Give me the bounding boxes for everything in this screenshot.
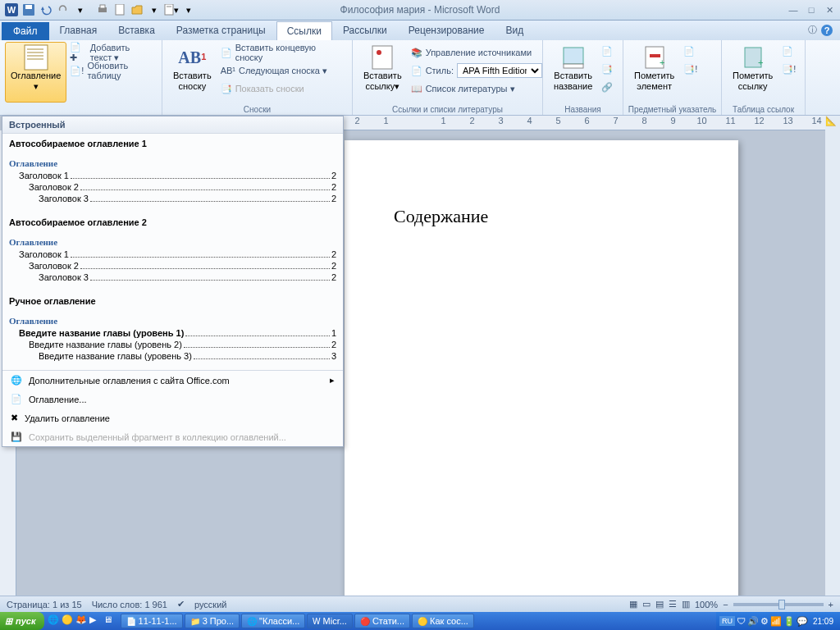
start-button[interactable]: ⊞пуск (0, 612, 44, 630)
manage-sources-button[interactable]: 📚Управление источниками (408, 43, 546, 62)
view-printlayout-icon[interactable]: ▦ (629, 599, 637, 609)
index-extra2[interactable]: 📑! (680, 60, 701, 78)
quick-launch: 🌐 🟡 🦊 ▶ 🖥 (44, 614, 120, 628)
tab-insert[interactable]: Вставка (107, 21, 166, 40)
ql-media-icon[interactable]: ▶ (89, 614, 103, 628)
toa-extra1[interactable]: 📄 (778, 42, 799, 60)
toa-extra2[interactable]: 📑! (778, 60, 799, 78)
next-footnote-button[interactable]: AB¹Следующая сноска ▾ (217, 62, 347, 80)
toc-option-auto2[interactable]: Автособираемое оглавление 2 Оглавление З… (2, 212, 343, 291)
new-doc-icon[interactable] (112, 2, 128, 18)
tab-view[interactable]: Вид (495, 21, 534, 40)
caption-extra3[interactable]: 🔗 (598, 78, 616, 96)
taskbar-item[interactable]: 📁3 Про... (185, 614, 240, 628)
view-fullscreen-icon[interactable]: ▭ (642, 599, 651, 609)
tray-icon[interactable]: 🔋 (783, 616, 795, 627)
citation-style-select[interactable]: 📄Стиль: APA Fifth Editior (408, 62, 546, 80)
custom-toc[interactable]: 📄Оглавление... (2, 390, 343, 409)
tab-layout[interactable]: Разметка страницы (166, 21, 276, 40)
zoom-level[interactable]: 100% (695, 600, 718, 609)
mark-citation-label: Пометить ссылку (733, 71, 773, 92)
document-heading: Содержание (394, 206, 689, 227)
group-footnotes-label: Сноски (162, 105, 352, 114)
ql-chrome-icon[interactable]: 🟡 (62, 614, 75, 628)
styles-icon[interactable]: ▾ (180, 2, 197, 18)
close-icon[interactable]: ✕ (822, 3, 837, 16)
keyboard-lang[interactable]: RU (719, 616, 735, 626)
minimize-ribbon-icon[interactable]: ⓘ (808, 24, 817, 37)
tab-mailings[interactable]: Рассылки (332, 21, 398, 40)
taskbar-item[interactable]: 🌐"Класси... (241, 614, 305, 628)
save-icon[interactable] (21, 2, 37, 18)
status-proofing[interactable]: ✔ (177, 599, 185, 609)
show-footnotes-button[interactable]: 📑Показать сноски (217, 80, 347, 98)
tray-icon[interactable]: 🛡 (737, 616, 746, 626)
page-setup-icon[interactable]: ▾ (163, 2, 180, 18)
tab-references[interactable]: Ссылки (276, 21, 332, 40)
more-toc-office[interactable]: 🌐Дополнительные оглавления с сайта Offic… (2, 371, 343, 390)
toc-option-auto1[interactable]: Автособираемое оглавление 1 Оглавление З… (2, 134, 343, 212)
tray-icon[interactable]: 💬 (797, 616, 808, 627)
view-outline-icon[interactable]: ☰ (669, 599, 677, 609)
view-draft-icon[interactable]: ▥ (682, 599, 690, 609)
taskbar-item[interactable]: WMicr... (307, 614, 353, 628)
tab-file[interactable]: Файл (2, 22, 49, 40)
mark-entry-button[interactable]: + Пометить элемент (628, 42, 680, 103)
document-page[interactable]: Содержание (345, 140, 738, 630)
ql-firefox-icon[interactable]: 🦊 (75, 614, 89, 628)
insert-footnote-label: Вставить сноску (173, 71, 212, 92)
tray-icon[interactable]: ⚙ (760, 616, 769, 627)
mark-entry-label: Пометить элемент (634, 71, 674, 92)
zoom-slider[interactable] (733, 603, 824, 606)
tab-home[interactable]: Главная (49, 21, 108, 40)
qat-more-icon[interactable]: ▾ (72, 2, 89, 18)
insert-caption-button[interactable]: Вставить название (548, 42, 598, 103)
tray-icon[interactable]: 🔊 (747, 616, 759, 627)
add-text-button[interactable]: 📄✚Добавить текст ▾ (66, 43, 157, 62)
remove-toc[interactable]: ✖Удалить оглавление (2, 409, 343, 427)
svg-rect-5 (100, 5, 105, 8)
undo-icon[interactable] (38, 2, 54, 18)
word-icon[interactable]: W (3, 2, 20, 18)
insert-endnote-button[interactable]: 📄Вставить концевую сноску (217, 43, 347, 62)
toc-option-manual[interactable]: Ручное оглавление Оглавление Введите наз… (2, 291, 343, 370)
chevron-down-icon: ▾ (34, 81, 39, 92)
clock[interactable]: 21:09 (810, 617, 837, 626)
scrollbar-vertical[interactable] (825, 130, 840, 596)
caption-extra2[interactable]: 📑 (598, 60, 616, 78)
taskbar-item[interactable]: 🟡Как сос... (412, 614, 474, 628)
zoom-out-icon[interactable]: − (723, 600, 728, 609)
redo-icon[interactable] (55, 2, 71, 18)
toc-button[interactable]: Оглавление ▾ (5, 42, 66, 103)
titlebar: W ▾ ▾ ▾ ▾ Философия мария - Microsoft Wo… (0, 0, 840, 21)
insert-citation-button[interactable]: Вставить ссылку▾ (358, 42, 408, 103)
insert-footnote-button[interactable]: AB1 Вставить сноску (167, 42, 217, 103)
status-language[interactable]: русский (194, 600, 226, 609)
ql-desktop-icon[interactable]: 🖥 (103, 614, 116, 628)
taskbar-item[interactable]: 📄11-11-1... (121, 614, 183, 628)
tray-icon[interactable]: 📶 (770, 616, 782, 627)
taskbar-item[interactable]: 🔴Стати... (354, 614, 410, 628)
minimize-icon[interactable]: — (786, 3, 801, 16)
table-icon[interactable]: ▾ (146, 2, 162, 18)
svg-rect-19 (564, 64, 583, 68)
bibliography-button[interactable]: 📖Список литературы ▾ (408, 80, 546, 98)
ql-ie-icon[interactable]: 🌐 (48, 614, 61, 628)
mark-citation-button[interactable]: + Пометить ссылку (727, 42, 778, 103)
help-icon[interactable]: ? (820, 24, 833, 37)
zoom-in-icon[interactable]: + (829, 600, 833, 609)
print-preview-icon[interactable] (94, 2, 111, 18)
ruler-toggle[interactable]: 📐 (825, 116, 840, 130)
caption-extra1[interactable]: 📄 (598, 42, 616, 60)
open-icon[interactable] (129, 2, 145, 18)
maximize-icon[interactable]: □ (804, 3, 819, 16)
style-dropdown[interactable]: APA Fifth Editior (457, 63, 542, 78)
status-page[interactable]: Страница: 1 из 15 (7, 600, 82, 609)
status-wordcount[interactable]: Число слов: 1 961 (92, 600, 167, 609)
update-table-button[interactable]: 📄!Обновить таблицу (66, 62, 157, 80)
tab-review[interactable]: Рецензирование (398, 21, 495, 40)
index-extra1[interactable]: 📄 (680, 42, 701, 60)
chevron-right-icon: ▸ (330, 375, 335, 386)
view-web-icon[interactable]: ▤ (655, 599, 664, 609)
group-index-label: Предметный указатель (623, 105, 721, 114)
